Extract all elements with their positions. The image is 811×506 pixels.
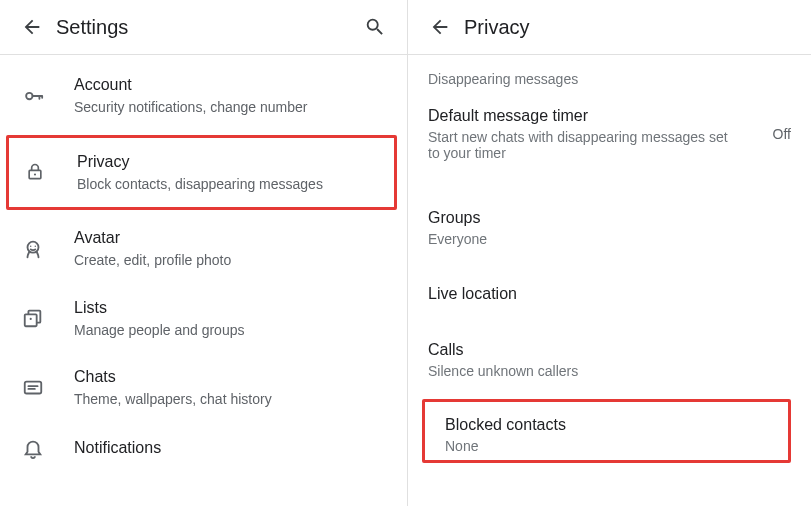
privacy-item-calls[interactable]: Calls Silence unknown callers <box>408 327 811 385</box>
item-subtitle: Manage people and groups <box>74 322 391 340</box>
settings-header: Settings <box>0 0 407 55</box>
privacy-pane: Privacy Disappearing messages Default me… <box>408 0 811 506</box>
privacy-title: Privacy <box>464 16 799 39</box>
item-title: Account <box>74 75 391 95</box>
item-title: Chats <box>74 367 391 387</box>
item-title: Blocked contacts <box>445 416 768 434</box>
settings-item-notifications[interactable]: Notifications <box>0 423 407 459</box>
lock-icon <box>25 162 77 182</box>
privacy-item-blocked-contacts[interactable]: Blocked contacts None <box>422 399 791 463</box>
item-subtitle: Theme, wallpapers, chat history <box>74 391 391 409</box>
settings-title: Settings <box>56 16 355 39</box>
svg-rect-7 <box>25 315 37 327</box>
item-value: Off <box>761 126 791 142</box>
avatar-icon <box>22 238 74 260</box>
item-subtitle: Everyone <box>428 231 728 247</box>
item-title: Privacy <box>77 152 378 172</box>
privacy-item-live-location[interactable]: Live location <box>408 271 811 309</box>
search-button[interactable] <box>355 7 395 47</box>
settings-item-account[interactable]: Account Security notifications, change n… <box>0 61 407 131</box>
svg-rect-9 <box>25 381 42 393</box>
privacy-item-default-timer[interactable]: Default message timer Start new chats wi… <box>408 93 811 167</box>
settings-item-chats[interactable]: Chats Theme, wallpapers, chat history <box>0 353 407 423</box>
key-icon <box>22 85 74 107</box>
settings-item-lists[interactable]: Lists Manage people and groups <box>0 284 407 354</box>
item-title: Groups <box>428 209 791 227</box>
lists-icon <box>22 307 74 329</box>
settings-item-avatar[interactable]: Avatar Create, edit, profile photo <box>0 214 407 284</box>
back-arrow-icon <box>429 16 451 38</box>
item-subtitle: Security notifications, change number <box>74 99 391 117</box>
svg-point-2 <box>34 174 36 176</box>
item-title: Live location <box>428 285 791 303</box>
item-title: Calls <box>428 341 791 359</box>
settings-list: Account Security notifications, change n… <box>0 55 407 459</box>
item-title: Lists <box>74 298 391 318</box>
item-title: Notifications <box>74 438 391 458</box>
section-disappearing-messages: Disappearing messages <box>408 55 811 93</box>
back-button[interactable] <box>420 7 460 47</box>
item-title: Avatar <box>74 228 391 248</box>
svg-point-5 <box>35 245 36 246</box>
chats-icon <box>22 377 74 399</box>
privacy-item-groups[interactable]: Groups Everyone <box>408 195 811 253</box>
back-button[interactable] <box>12 7 52 47</box>
item-subtitle: Start new chats with disappearing messag… <box>428 129 728 161</box>
item-title: Default message timer <box>428 107 761 125</box>
item-subtitle: Create, edit, profile photo <box>74 252 391 270</box>
item-subtitle: Block contacts, disappearing messages <box>77 176 378 194</box>
item-subtitle: Silence unknown callers <box>428 363 728 379</box>
back-arrow-icon <box>21 16 43 38</box>
svg-point-4 <box>30 245 31 246</box>
privacy-header: Privacy <box>408 0 811 55</box>
svg-point-0 <box>26 93 32 99</box>
item-subtitle: None <box>445 438 745 454</box>
settings-pane: Settings Account Security notifications,… <box>0 0 408 506</box>
search-icon <box>364 16 386 38</box>
notifications-icon <box>22 437 74 459</box>
settings-item-privacy[interactable]: Privacy Block contacts, disappearing mes… <box>6 135 397 211</box>
svg-point-8 <box>30 318 32 320</box>
